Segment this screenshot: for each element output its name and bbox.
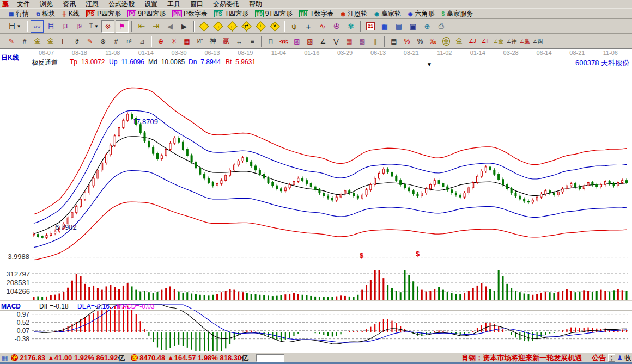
pane-splitter[interactable] [0,309,632,310]
collapse-label[interactable]: 收 [624,353,632,363]
view-9p-square[interactable]: P99P四方形 [124,9,169,18]
percent-icon[interactable]: % [414,35,426,48]
shen-tool-icon[interactable]: 神 [207,35,219,48]
indicator-name[interactable]: 极反通道 [32,58,58,67]
menu-浏览[interactable]: 浏览 [35,0,58,9]
view-gann-wheel[interactable]: ◉江恩轮 [337,9,370,18]
slope-gold-icon[interactable]: ∠金 [493,35,505,48]
permille-icon[interactable]: ‰ [427,35,439,48]
analyst-icon[interactable]: ♟ [617,354,623,362]
slope-shen-icon[interactable]: ∠神 [506,35,518,48]
angle-curve-icon[interactable]: ∿ [316,20,329,33]
i-quote-icon[interactable]: И″ [194,35,206,48]
gold-ruler2-icon[interactable]: 金 [45,35,57,48]
percent-slash-icon[interactable]: % [401,35,413,48]
shanghai-index-badge[interactable]: 沪 [11,354,18,361]
expand-h-icon[interactable]: ↔ [226,20,239,33]
view-market-quotes[interactable]: ▦行情 [5,9,32,18]
ray-fan-icon[interactable]: ⋘ [278,35,290,48]
announcement-link[interactable]: 公告 [592,353,606,363]
gold-circle-icon[interactable]: 金 [440,35,452,48]
gold-ruler-icon[interactable]: 金 [32,35,44,48]
menu-江恩[interactable]: 江恩 [81,0,104,9]
toolbar-grip[interactable] [2,10,3,17]
purple-tool-icon[interactable]: ✇ [330,20,343,33]
shanghai-index-quote[interactable]: 2176.83 ▲41.00 1.92% 861.92 [20,354,118,362]
quick-code-input[interactable] [256,354,284,362]
crosshair-circle-icon[interactable]: ⊕ [155,35,167,48]
menu-帮助[interactable]: 帮助 [244,0,267,9]
step-3-icon[interactable]: ʃ3 [59,20,72,33]
prev-icon[interactable]: ◀ [163,20,177,33]
candle-type-dropdown[interactable]: ⌶▼ [87,20,100,33]
menu-资讯[interactable]: 资讯 [58,0,81,9]
slope-four-icon[interactable]: ∠四 [532,35,544,48]
ying-tool-icon[interactable]: 赢 [220,35,232,48]
save-icon[interactable]: ▣ [406,20,420,33]
menu-工具[interactable]: 工具 [162,0,185,9]
menu-公式选股[interactable]: 公式选股 [104,0,139,9]
view-p-square[interactable]: PSP四方形 [83,9,124,18]
slope-f-icon[interactable]: ∠F [479,35,491,48]
zoom-out-icon[interactable]: ✕ [268,20,281,33]
spinner-button[interactable]: ▴▾ [608,354,615,362]
view-winner-wheel[interactable]: ◉赢家轮 [370,9,404,18]
v-line-icon[interactable]: ⋁ [330,35,342,48]
period-dropdown[interactable]: 日 ▼ [5,20,24,33]
grid-box-icon[interactable]: ▩ [356,35,368,48]
hand-tool-icon[interactable]: ψ [288,20,301,33]
calculator-icon[interactable]: ▦ [378,20,391,33]
notes-icon[interactable]: ▤ [392,20,405,33]
spiral-icon[interactable]: ϑ [71,35,83,48]
flip-tool-icon[interactable]: ⊿ [136,35,148,48]
gann-box-icon[interactable]: ▨ [291,35,303,48]
quote-grid-icon[interactable]: ▦ [0,354,9,362]
network-icon[interactable]: ⊕ [421,20,434,33]
menu-设置[interactable]: 设置 [139,0,162,9]
view-p-number-table[interactable]: PNP数字表 [169,9,211,18]
dense-ruler-icon[interactable]: # [110,35,122,48]
scroll-left-icon[interactable]: ← [197,20,210,33]
view-t-number-table[interactable]: TNT数字表 [296,9,337,18]
f-ruler-icon[interactable]: F [58,35,70,48]
view-winner-service[interactable]: $赢家服务 [438,9,477,18]
signal-flag-icon[interactable]: ⚑ [116,20,129,33]
slope-j-icon[interactable]: ∠J [466,35,478,48]
slope-ying-icon[interactable]: ∠赢 [519,35,531,48]
pane-splitter[interactable] [0,300,632,301]
stock-symbol-name[interactable]: 600378 天科股份 [575,58,629,68]
menu-交易委托[interactable]: 交易委托 [208,0,244,9]
view-t-square[interactable]: TST四方形 [211,9,252,18]
draw-pen-icon[interactable]: ✎ [5,35,17,48]
menu-文件[interactable]: 文件 [12,0,35,9]
scroll-right-icon[interactable]: → [211,20,224,33]
gann-fan-icon[interactable]: ▧ [304,35,316,48]
crosshair-icon[interactable]: + [302,20,315,33]
next-icon[interactable]: ▶ [178,20,191,33]
view-sector-blocks[interactable]: ⧉板块 [32,9,58,18]
radial-web-icon[interactable]: ✳ [168,35,180,48]
ruler-icon[interactable]: # [19,35,31,48]
news-ticker[interactable]: 肖钢：资本市场将迎来新一轮发展机遇 [461,353,582,363]
shenzhen-index-quote[interactable]: 8470.48 ▲164.57 1.98% 818.30 [139,354,241,362]
menu-窗口[interactable]: 窗口 [185,0,208,9]
info-list-icon[interactable]: 目 [45,20,58,33]
pattern-icon[interactable]: ※ [101,20,114,33]
toolbar-grip[interactable] [2,21,3,32]
view-hexagon[interactable]: ◉六角形 [404,9,438,18]
stats-table-icon[interactable]: ▤ [388,35,400,48]
parallel-lines-icon[interactable]: ∥ [369,35,381,48]
shenzhen-index-badge[interactable]: 深 [131,354,138,361]
square-web-icon[interactable]: ▦ [181,35,193,48]
zoom-in-icon[interactable]: + [254,20,267,33]
pen-ruler-icon[interactable]: ✎ [84,35,96,48]
circle-gauge-icon[interactable]: ⊛ [97,35,109,48]
cloud-tool-icon[interactable]: ✾ [344,20,357,33]
gold-lines-icon[interactable]: 金 [453,35,465,48]
count-ruler-icon[interactable]: ≡ [246,35,258,48]
n2-ruler-icon[interactable]: n² [123,35,135,48]
trend-view-icon[interactable]: 〰 [31,20,44,33]
calendar-icon[interactable]: 21 [364,20,377,33]
view-kline-view[interactable]: ╫K线 [59,9,83,18]
first-page-icon[interactable]: ⇤ [135,20,148,33]
